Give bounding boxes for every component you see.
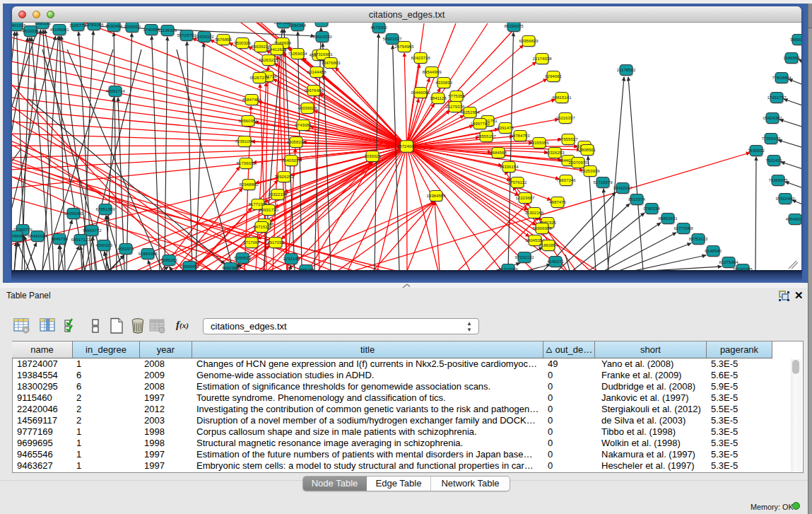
svg-text:59729792: 59729792 <box>177 33 196 37</box>
svg-text:63956829: 63956829 <box>519 38 539 43</box>
svg-text:74366875: 74366875 <box>768 177 788 182</box>
svg-text:83783266: 83783266 <box>84 23 104 27</box>
svg-text:4200323: 4200323 <box>95 243 112 247</box>
svg-text:89544999: 89544999 <box>422 69 442 74</box>
svg-text:97510490: 97510490 <box>775 196 795 201</box>
svg-text:62326253: 62326253 <box>545 150 565 155</box>
svg-text:82423718: 82423718 <box>411 55 430 60</box>
svg-text:3269910: 3269910 <box>124 24 141 29</box>
svg-text:16997740: 16997740 <box>470 121 490 126</box>
svg-text:03160285: 03160285 <box>733 267 753 270</box>
svg-text:1232146: 1232146 <box>283 256 300 261</box>
svg-text:51716079: 51716079 <box>593 180 613 185</box>
svg-text:13253939: 13253939 <box>580 168 600 173</box>
svg-text:89914330: 89914330 <box>312 34 332 39</box>
svg-text:18096080: 18096080 <box>64 211 83 216</box>
svg-text:58921527: 58921527 <box>382 36 402 41</box>
svg-text:6689283: 6689283 <box>160 257 177 262</box>
svg-text:4391475: 4391475 <box>497 125 514 130</box>
svg-text:83155056: 83155056 <box>529 140 549 145</box>
svg-text:03631730: 03631730 <box>259 207 278 212</box>
svg-text:3841128: 3841128 <box>430 95 447 100</box>
svg-text:36926252: 36926252 <box>274 174 294 179</box>
svg-text:9500326: 9500326 <box>234 40 251 45</box>
svg-text:97482123: 97482123 <box>312 23 331 23</box>
svg-text:4917039: 4917039 <box>267 240 284 245</box>
svg-text:57655527: 57655527 <box>558 136 578 141</box>
svg-text:23555157: 23555157 <box>476 134 496 139</box>
svg-text:21178502: 21178502 <box>617 67 636 72</box>
svg-text:1146569: 1146569 <box>783 55 800 60</box>
svg-text:94784753: 94784753 <box>510 133 530 138</box>
svg-text:13788482: 13788482 <box>12 233 26 238</box>
svg-text:77818804: 77818804 <box>772 75 792 80</box>
svg-text:17031797: 17031797 <box>767 95 787 100</box>
svg-text:8513374: 8513374 <box>628 197 645 201</box>
svg-text:77356436: 77356436 <box>761 136 781 141</box>
svg-text:56906953: 56906953 <box>532 226 552 230</box>
svg-text:72391096: 72391096 <box>235 139 254 144</box>
svg-text:0780234: 0780234 <box>643 206 660 211</box>
svg-text:3955185: 3955185 <box>298 267 314 270</box>
svg-text:1084364: 1084364 <box>289 23 306 28</box>
svg-text:7501421: 7501421 <box>765 158 782 163</box>
svg-text:88892631: 88892631 <box>658 216 678 221</box>
svg-text:6743081: 6743081 <box>295 122 312 127</box>
svg-text:4887476: 4887476 <box>549 199 566 204</box>
svg-text:6717067: 6717067 <box>243 240 260 245</box>
svg-text:4190271: 4190271 <box>547 259 564 264</box>
svg-text:49549026: 49549026 <box>785 216 801 221</box>
svg-text:40039026: 40039026 <box>298 105 317 110</box>
svg-text:90676486: 90676486 <box>304 88 324 93</box>
svg-text:82948802: 82948802 <box>239 182 259 187</box>
svg-text:60144458: 60144458 <box>307 69 326 74</box>
svg-text:5775355: 5775355 <box>448 93 465 98</box>
svg-text:7808501: 7808501 <box>579 147 596 152</box>
svg-text:45847484: 45847484 <box>242 97 261 102</box>
svg-text:87316901: 87316901 <box>313 52 333 57</box>
svg-text:11302166: 11302166 <box>525 210 544 215</box>
svg-text:83838992: 83838992 <box>180 264 199 269</box>
svg-text:67851369: 67851369 <box>95 206 115 211</box>
svg-text:84815141: 84815141 <box>552 95 572 100</box>
svg-text:4333830: 4333830 <box>435 80 452 85</box>
svg-text:76643772: 76643772 <box>82 228 102 233</box>
svg-text:05429382: 05429382 <box>763 115 782 120</box>
svg-text:46252954: 46252954 <box>460 110 480 115</box>
svg-text:7666193: 7666193 <box>34 23 51 25</box>
svg-text:91894386: 91894386 <box>138 251 158 256</box>
svg-text:6682360: 6682360 <box>222 265 239 270</box>
svg-text:81075864: 81075864 <box>719 259 739 264</box>
svg-text:4553971: 4553971 <box>117 246 134 251</box>
svg-text:5676856: 5676856 <box>215 37 232 42</box>
svg-text:22439332: 22439332 <box>194 34 214 39</box>
svg-text:89290075: 89290075 <box>504 23 524 28</box>
svg-text:85753113: 85753113 <box>689 236 708 241</box>
svg-text:60560951: 60560951 <box>238 118 258 123</box>
svg-text:00446090: 00446090 <box>411 90 430 95</box>
svg-text:12223607: 12223607 <box>515 195 535 200</box>
svg-text:56263215: 56263215 <box>259 57 278 62</box>
svg-text:10216337: 10216337 <box>555 115 575 120</box>
svg-text:4684568: 4684568 <box>490 150 507 155</box>
svg-text:22070970: 22070970 <box>568 160 588 165</box>
svg-text:18724007: 18724007 <box>397 144 417 148</box>
svg-text:3740954: 3740954 <box>143 27 160 32</box>
svg-text:6630494: 6630494 <box>105 23 122 28</box>
svg-text:8849736: 8849736 <box>51 236 68 241</box>
svg-text:26794965: 26794965 <box>394 44 414 49</box>
svg-text:20322154: 20322154 <box>268 192 288 197</box>
svg-text:40091714: 40091714 <box>105 88 125 93</box>
svg-text:79837246: 79837246 <box>556 177 576 182</box>
svg-text:13058215: 13058215 <box>286 139 306 144</box>
svg-text:30432017: 30432017 <box>613 185 632 190</box>
svg-text:5259533: 5259533 <box>234 255 251 260</box>
svg-text:06267278: 06267278 <box>249 75 269 80</box>
svg-text:21179376: 21179376 <box>446 104 465 109</box>
svg-text:3639532: 3639532 <box>748 148 765 153</box>
svg-text:88403075: 88403075 <box>281 158 301 163</box>
svg-text:62773068: 62773068 <box>673 226 693 230</box>
svg-text:8471512: 8471512 <box>253 224 270 229</box>
svg-text:68917121: 68917121 <box>71 237 90 242</box>
svg-text:54412625: 54412625 <box>267 47 287 52</box>
